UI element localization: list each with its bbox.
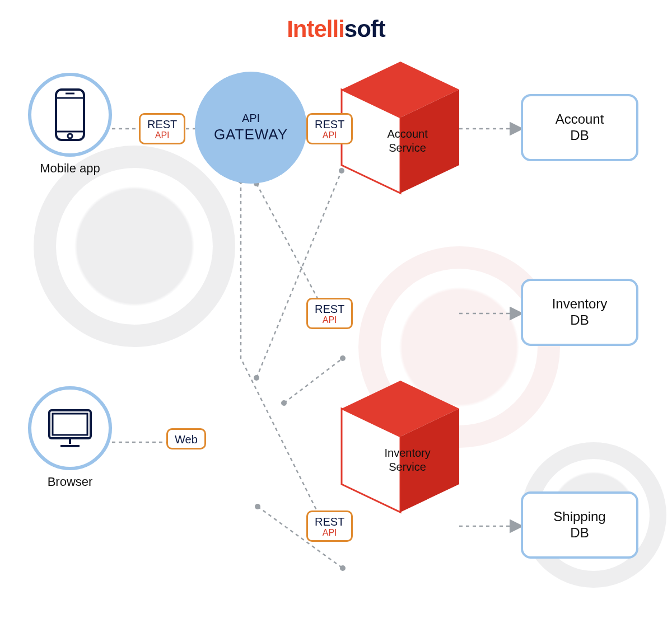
badge-line2: API <box>315 130 344 140</box>
logo-part1: Intelli <box>287 16 344 42</box>
badge-line1: REST <box>315 516 344 528</box>
badge-rest-shipping: REST API <box>306 510 353 542</box>
brand-logo: Intellisoft <box>0 16 672 43</box>
svg-rect-22 <box>53 414 87 435</box>
db-inventory: Inventory DB <box>521 279 638 346</box>
badge-web: Web <box>166 428 206 449</box>
db-account: Account DB <box>521 94 638 161</box>
client-browser: Browser <box>22 386 118 489</box>
logo-part2: soft <box>344 16 385 42</box>
service-account: Account Service <box>342 62 459 196</box>
client-browser-label: Browser <box>22 475 118 489</box>
svg-point-15 <box>340 565 346 571</box>
db-shipping: Shipping DB <box>521 491 638 559</box>
svg-point-14 <box>255 504 260 509</box>
api-gateway: API GATEWAY <box>195 72 307 184</box>
badge-line2: API <box>315 528 344 538</box>
svg-point-13 <box>340 355 346 361</box>
badge-line1: REST <box>147 118 177 130</box>
gateway-line1: API <box>242 112 260 125</box>
bg-gear-icon <box>34 146 235 347</box>
badge-line2: API <box>315 315 344 325</box>
badge-line1: Web <box>175 433 198 446</box>
badge-rest-gateway: REST API <box>306 113 353 144</box>
browser-icon-ring <box>28 386 112 470</box>
badge-line2: API <box>147 130 177 140</box>
monitor-icon <box>45 406 95 451</box>
service-account-label: Account Service <box>368 127 447 155</box>
svg-point-10 <box>254 375 259 381</box>
svg-point-12 <box>281 400 287 406</box>
mobile-icon-ring <box>28 73 112 157</box>
service-inventory-label: Inventory Service <box>368 446 447 474</box>
badge-line1: REST <box>315 118 344 130</box>
svg-point-19 <box>68 134 72 138</box>
badge-rest-mobile: REST API <box>139 113 185 144</box>
client-mobile: Mobile app <box>22 73 118 176</box>
service-inventory: Inventory Service <box>342 381 459 515</box>
badge-rest-inventory: REST API <box>306 298 353 329</box>
gateway-line2: GATEWAY <box>214 126 288 143</box>
mobile-icon <box>53 87 87 143</box>
client-mobile-label: Mobile app <box>22 161 118 176</box>
badge-line1: REST <box>315 303 344 315</box>
